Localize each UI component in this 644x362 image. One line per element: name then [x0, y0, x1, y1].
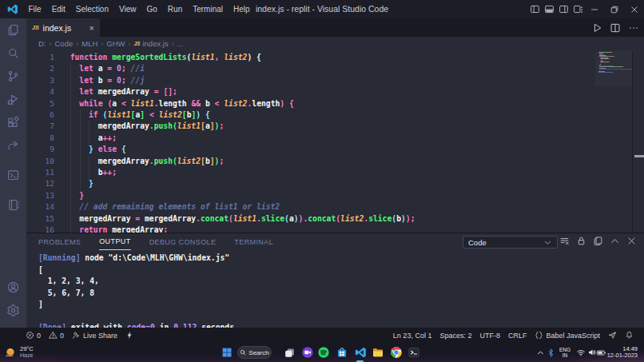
status-label: Live Share [83, 332, 117, 340]
start-button[interactable] [220, 346, 233, 360]
toggle-primary-sidebar-icon[interactable] [530, 4, 540, 14]
toggle-secondary-sidebar-icon[interactable] [559, 4, 569, 14]
status-bell[interactable] [621, 331, 638, 340]
menu-help[interactable]: Help [229, 0, 256, 18]
activity-remote-terminal[interactable] [0, 164, 26, 187]
status-babel-javascript[interactable]: Babel JavaScript [531, 331, 604, 340]
status-utf-8[interactable]: UTF-8 [475, 332, 504, 340]
bluetooth-icon[interactable] [544, 343, 557, 362]
tab-label: index.js [43, 23, 85, 33]
status-live-share[interactable]: Live Share [68, 331, 121, 340]
status-0[interactable]: 0 [22, 331, 45, 340]
run-code-icon[interactable] [591, 22, 602, 34]
toggle-panel-icon[interactable] [544, 4, 555, 14]
taskbar-weather-widget[interactable]: 29°C Haze [4, 343, 34, 362]
activity-notebook[interactable] [0, 193, 26, 217]
activity-settings-gear[interactable] [0, 299, 26, 322]
breadcrumb-item[interactable]: GHW [106, 39, 125, 48]
close-panel-icon[interactable] [626, 236, 637, 246]
extensions-icon [6, 116, 20, 129]
taskbar-app-chrome[interactable] [389, 346, 403, 360]
breadcrumb-item[interactable]: D: [38, 39, 46, 48]
taskbar-app-vscode[interactable] [353, 346, 367, 360]
breadcrumb-file[interactable]: JSindex.js [134, 39, 169, 48]
tab-indexjs[interactable]: JS index.js × [26, 18, 101, 37]
activity-accounts[interactable] [0, 276, 26, 299]
activity-search[interactable] [0, 42, 26, 65]
taskbar-app-clipchamp[interactable] [300, 346, 314, 360]
line-number: 7 [26, 121, 54, 132]
menu-view[interactable]: View [114, 0, 142, 18]
clear-output-icon[interactable] [559, 236, 570, 246]
breadcrumb-item[interactable]: MLH [81, 39, 97, 48]
taskbar-app-terminal[interactable] [407, 346, 421, 360]
code-line-5: while (a < list1.length && b < list2.len… [70, 98, 294, 109]
minimize-button[interactable] [584, 0, 604, 18]
search-icon [6, 46, 20, 60]
taskbar-app-microsoft-store[interactable] [336, 346, 349, 360]
status-thunder[interactable] [121, 331, 138, 340]
language-indicator[interactable]: ENGIN [559, 343, 571, 362]
code-editor[interactable]: 1function mergeSortedLists(list1, list2)… [26, 50, 644, 233]
menu-file[interactable]: File [23, 0, 46, 18]
panel-tab-debug-console[interactable]: DEBUG CONSOLE [149, 234, 217, 250]
line-number: 1 [26, 52, 54, 63]
customize-layout-icon[interactable] [573, 4, 583, 14]
maximize-panel-icon[interactable] [610, 236, 620, 246]
activity-explorer[interactable] [0, 18, 26, 42]
minimap-highlight-line [598, 69, 633, 70]
activity-bar [0, 18, 26, 328]
explorer-icon [6, 23, 20, 37]
menu-terminal[interactable]: Terminal [188, 0, 229, 18]
close-button[interactable] [624, 0, 644, 18]
lock-scrolling-icon[interactable] [576, 236, 586, 246]
close-icon [630, 5, 639, 14]
status-label: UTF-8 [479, 332, 500, 340]
status-0[interactable]: 0 [45, 331, 68, 340]
terminal-icon [407, 346, 420, 359]
window-controls [584, 0, 644, 18]
panel-tab-output[interactable]: OUTPUT [99, 233, 130, 250]
open-output-in-editor-icon[interactable] [593, 236, 603, 246]
breadcrumb-item[interactable]: Code [55, 39, 74, 48]
taskbar-clock[interactable]: 14:4912-01-2023 [604, 343, 638, 362]
breadcrumb-symbol-tail[interactable]: ... [177, 39, 184, 48]
chrome-icon [390, 346, 403, 359]
taskbar-app-spotify[interactable] [317, 346, 331, 360]
activity-run-and-debug[interactable] [0, 88, 26, 111]
code-line-14: // add remaining elements of list1 or li… [70, 201, 280, 213]
status-ln-23-col-1[interactable]: Ln 23, Col 1 [389, 332, 436, 340]
split-editor-icon[interactable] [610, 22, 621, 34]
taskbar-app-file-explorer[interactable] [372, 346, 385, 360]
menu-selection[interactable]: Selection [70, 0, 113, 18]
line-number: 15 [26, 213, 54, 225]
panel-tab-problems[interactable]: PROBLEMS [38, 234, 81, 250]
taskbar-search[interactable]: Search [237, 346, 272, 359]
output-line: 5, 6, 7, 8 [38, 288, 234, 300]
weather-temperature: 29°C [20, 346, 34, 353]
output-channel-dropdown[interactable]: Code [463, 236, 558, 249]
weather-condition: Haze [20, 352, 34, 359]
status-label: Spaces: 2 [439, 332, 471, 340]
output-line: ] [38, 299, 234, 311]
status-label: 0 [37, 332, 41, 340]
system-tray: ENGIN14:4912-01-2023 [484, 343, 644, 362]
taskbar-app-task-view[interactable] [283, 346, 296, 360]
feedback-icon [608, 331, 617, 340]
activity-extensions[interactable] [0, 111, 26, 134]
menu-go[interactable]: Go [141, 0, 162, 18]
restore-button[interactable] [604, 0, 624, 18]
more-actions-icon[interactable] [628, 22, 639, 34]
activity-source-control[interactable] [0, 65, 26, 88]
taskbar: 29°C Haze Search ENGIN14:4912-01-2023 [0, 343, 644, 362]
panel-tab-terminal[interactable]: TERMINAL [234, 234, 273, 250]
menu-edit[interactable]: Edit [46, 0, 70, 18]
tab-close-icon[interactable]: × [89, 24, 94, 32]
status-spaces-2[interactable]: Spaces: 2 [435, 332, 475, 340]
menu-run[interactable]: Run [162, 0, 187, 18]
activity-live-share[interactable] [0, 134, 26, 157]
status-crlf[interactable]: CRLF [504, 332, 531, 340]
output-console[interactable]: [Running] node "d:\Code\MLH\GHW\index.js… [38, 253, 234, 334]
status-feedback[interactable] [604, 331, 621, 340]
code-line-10: mergedArray.push(list2[b]); [70, 156, 225, 167]
